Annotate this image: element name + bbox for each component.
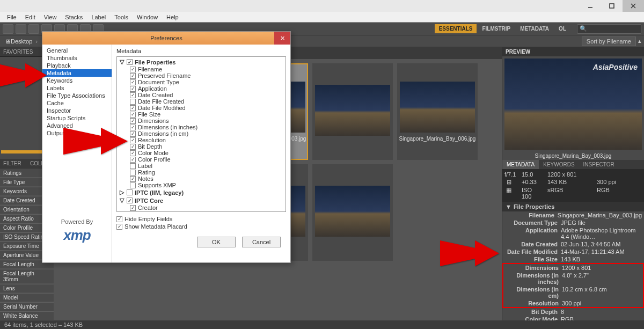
menu-view[interactable]: View	[40, 14, 61, 20]
metadata-field-checkbox[interactable]: Rating	[118, 169, 284, 176]
metadata-field-checkbox[interactable]: Date Created	[118, 92, 284, 98]
pref-category-labels[interactable]: Labels	[42, 84, 112, 92]
workspace-essentials[interactable]: ESSENTIALS	[435, 24, 477, 33]
checkbox-icon[interactable]	[130, 67, 136, 72]
checkbox-icon[interactable]	[130, 144, 136, 150]
ok-button[interactable]: OK	[197, 237, 236, 247]
filter-focal35[interactable]: Focal Length 35mm	[0, 269, 54, 284]
metadata-field-checkbox[interactable]: Label	[118, 163, 284, 169]
maximize-button[interactable]	[601, 0, 623, 12]
pref-category-cache[interactable]: Cache	[42, 99, 112, 107]
metadata-field-checkbox[interactable]: Date File Created	[118, 98, 284, 105]
minimize-button[interactable]	[580, 0, 601, 12]
pref-category-general[interactable]: General	[42, 47, 112, 54]
sort-asc-icon[interactable]: ▴	[638, 38, 641, 45]
checkbox-icon[interactable]	[130, 170, 136, 176]
sort-button[interactable]: Sort by Filename	[582, 36, 636, 46]
metadata-field-checkbox[interactable]: Notes	[118, 176, 284, 182]
metadata-field-checkbox[interactable]: File Size	[118, 111, 284, 118]
tab-keywords[interactable]: KEYWORDS	[539, 160, 579, 169]
metadata-field-checkbox[interactable]: Creator	[118, 204, 284, 211]
filter-lens[interactable]: Lens	[0, 284, 54, 293]
thumbnail[interactable]	[312, 63, 393, 160]
workspace-metadata[interactable]: METADATA	[516, 24, 553, 33]
filter-wb[interactable]: White Balance	[0, 311, 54, 320]
metadata-field-checkbox[interactable]: Document Type	[118, 79, 284, 85]
thumbnail[interactable]	[312, 164, 393, 261]
checkbox-icon[interactable]	[130, 112, 136, 118]
metadata-field-checkbox[interactable]: Dimensions (in inches)	[118, 124, 284, 130]
checkbox-icon[interactable]	[127, 59, 133, 65]
filter-model[interactable]: Model	[0, 293, 54, 302]
menu-stacks[interactable]: Stacks	[61, 14, 87, 20]
checkbox-icon[interactable]	[127, 189, 133, 195]
metadata-field-checkbox[interactable]: Dimensions (in cm)	[118, 130, 284, 137]
tab-metadata[interactable]: METADATA	[502, 160, 539, 169]
group-iptc-legacy[interactable]: ▷IPTC (IIM, legacy)	[118, 188, 284, 196]
menu-window[interactable]: Window	[133, 14, 162, 20]
file-properties-header[interactable]: ▼File Properties	[502, 202, 644, 211]
pref-category-thumbnails[interactable]: Thumbnails	[42, 54, 112, 62]
checkbox-icon[interactable]	[130, 205, 136, 211]
metadata-field-checkbox[interactable]: Dimensions	[118, 118, 284, 124]
metadata-fields-list[interactable]: ▽File Properties FilenamePreserved Filen…	[116, 56, 286, 212]
show-placard-checkbox[interactable]: Show Metadata Placard	[116, 223, 286, 230]
group-iptc-core[interactable]: ▽IPTC Core	[118, 196, 284, 204]
metadata-field-checkbox[interactable]: Resolution	[118, 137, 284, 143]
group-file-properties[interactable]: ▽File Properties	[118, 58, 284, 66]
checkbox-icon[interactable]	[130, 176, 136, 182]
checkbox-icon[interactable]	[130, 92, 136, 98]
search-input[interactable]: 🔍	[577, 24, 641, 34]
metadata-field-checkbox[interactable]: Bit Depth	[118, 143, 284, 150]
metadata-field-checkbox[interactable]: Color Mode	[118, 150, 284, 156]
cancel-button[interactable]: Cancel	[242, 237, 281, 247]
metadata-field-checkbox[interactable]: Application	[118, 85, 284, 92]
menu-tools[interactable]: Tools	[110, 14, 133, 20]
dialog-titlebar[interactable]: Preferences ✕	[42, 32, 290, 45]
tab-inspector[interactable]: INSPECTOR	[579, 160, 619, 169]
checkbox-icon[interactable]	[130, 157, 136, 163]
checkbox-icon[interactable]	[130, 131, 136, 137]
pref-category-startup-scripts[interactable]: Startup Scripts	[42, 114, 112, 122]
checkbox-icon[interactable]	[130, 137, 136, 143]
checkbox-icon[interactable]	[127, 198, 133, 203]
metadata-field-checkbox[interactable]: Date File Modified	[118, 105, 284, 111]
metadata-field-checkbox[interactable]: Preserved Filename	[118, 72, 284, 79]
pref-category-playback[interactable]: Playback	[42, 62, 112, 69]
metadata-field-checkbox[interactable]: Filename	[118, 66, 284, 72]
thumbnail-label: Singapore_Marina_Bay_006.jpg	[399, 136, 476, 142]
property-label: Dimensions (in cm)	[506, 286, 562, 299]
menu-label[interactable]: Label	[87, 14, 110, 20]
checkbox-icon[interactable]	[130, 125, 136, 130]
pref-category-keywords[interactable]: Keywords	[42, 77, 112, 84]
checkbox-icon[interactable]	[130, 79, 136, 85]
nav-back-button[interactable]	[3, 24, 13, 34]
checkbox-icon[interactable]	[130, 73, 136, 79]
filter-tab[interactable]: FILTER	[0, 159, 27, 169]
reveal-button[interactable]	[28, 24, 39, 34]
path-desktop[interactable]: 🖥 Desktop	[3, 38, 34, 45]
checkbox-icon[interactable]	[130, 182, 136, 188]
menu-help[interactable]: Help	[162, 14, 183, 20]
metadata-field-checkbox[interactable]: Supports XMP	[118, 182, 284, 188]
dialog-close-button[interactable]: ✕	[274, 32, 290, 45]
hide-empty-checkbox[interactable]: Hide Empty Fields	[116, 215, 286, 223]
pref-category-metadata[interactable]: Metadata	[42, 69, 112, 77]
workspace-ol[interactable]: OL	[554, 24, 570, 33]
menu-edit[interactable]: Edit	[21, 14, 40, 20]
close-button[interactable]	[623, 0, 644, 12]
pref-category-file-type-associations[interactable]: File Type Associations	[42, 92, 112, 99]
checkbox-icon[interactable]	[130, 150, 136, 156]
workspace-filmstrip[interactable]: FILMSTRIP	[478, 24, 515, 33]
filter-serial[interactable]: Serial Number	[0, 302, 54, 311]
thumbnail[interactable]: Singapore_Marina_Bay_006.jpg	[397, 63, 478, 160]
nav-forward-button[interactable]	[16, 24, 26, 34]
menu-file[interactable]: File	[3, 14, 21, 20]
pref-category-inspector[interactable]: Inspector	[42, 107, 112, 114]
checkbox-icon[interactable]	[130, 99, 136, 105]
checkbox-icon[interactable]	[130, 86, 136, 92]
checkbox-icon[interactable]	[130, 118, 136, 124]
checkbox-icon[interactable]	[130, 163, 136, 169]
checkbox-icon[interactable]	[130, 105, 136, 111]
metadata-field-checkbox[interactable]: Color Profile	[118, 156, 284, 163]
